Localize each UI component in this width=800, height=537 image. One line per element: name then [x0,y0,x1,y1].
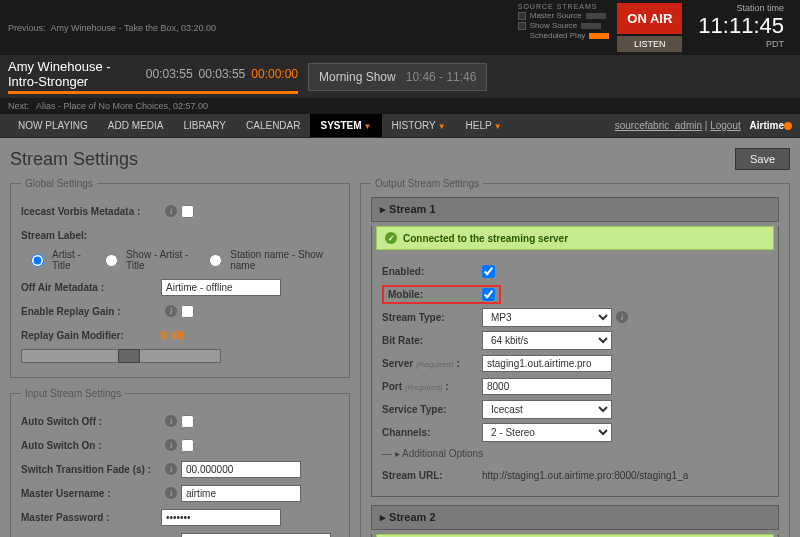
nav-help[interactable]: HELP▼ [456,114,512,137]
slider-handle[interactable] [118,349,140,363]
now-playing-bar: Amy Winehouse - Intro-Stronger 00:03:55 … [0,55,800,98]
page-title: Stream Settings [10,149,138,170]
prev-track: Amy Winehouse - Take the Box, 03:20.00 [51,23,216,33]
show-time: 10:46 - 11:46 [406,70,477,84]
global-settings: Global Settings Icecast Vorbis Metadata … [10,178,350,378]
offair-label: Off Air Metadata : [21,282,161,293]
replay-checkbox[interactable] [181,305,194,318]
stream1-header[interactable]: ▸ Stream 1 [371,197,779,222]
nav-now-playing[interactable]: NOW PLAYING [8,114,98,137]
muser-label: Master Username : [21,488,161,499]
s1-service-select[interactable]: Icecast [482,400,612,419]
check-icon: ✓ [385,232,397,244]
src-bar [581,23,601,29]
np-title: Amy Winehouse - Intro-Stronger [8,59,140,89]
auto-off-checkbox[interactable] [181,415,194,428]
modifier-label: Replay Gain Modifier: [21,330,161,341]
s1-enabled-checkbox[interactable] [482,265,495,278]
np-elapsed: 00:03:55 [146,67,193,81]
s1-url-value: http://staging1.out.airtime.pro:8000/sta… [482,470,688,481]
station-clock: 11:11:45 [698,13,784,39]
s1-channels-select[interactable]: 2 - Stereo [482,423,612,442]
nav-library[interactable]: LIBRARY [173,114,236,137]
src-master: Master Source [530,11,582,20]
logout-link[interactable]: Logout [710,120,741,131]
user-link[interactable]: sourcefabric_admin [615,120,702,131]
fade-label: Switch Transition Fade (s) : [21,464,161,475]
src-bar [586,13,606,19]
station-time: Station time 11:11:45 PDT [690,3,792,49]
nav-history[interactable]: HISTORY▼ [382,114,456,137]
s1-url-label: Stream URL: [382,470,482,481]
s1-mobile-label: Mobile: [388,289,482,300]
next-track: Alias - Place of No More Choices, 02:57.… [36,101,208,111]
info-icon[interactable]: i [165,463,177,475]
save-button[interactable]: Save [735,148,790,170]
s1-service-label: Service Type: [382,404,482,415]
s1-bitrate-select[interactable]: 64 kbit/s [482,331,612,350]
input-legend: Input Stream Settings [21,388,125,399]
modifier-value: 0 dB [161,329,185,341]
chevron-down-icon: ▼ [438,122,446,131]
s1-channels-label: Channels: [382,427,482,438]
muser-input[interactable] [181,485,301,502]
s1-additional-toggle[interactable]: — ▸ Additional Options [382,448,768,459]
info-icon[interactable]: i [165,487,177,499]
s1-type-label: Stream Type: [382,312,482,323]
input-stream-settings: Input Stream Settings Auto Switch Off :i… [10,388,350,537]
source-header: SOURCE STREAMS [518,3,610,10]
s1-port-label: Port (Required) : [382,381,482,392]
s1-port-input[interactable] [482,378,612,395]
s1-mobile-checkbox[interactable] [482,288,495,301]
r3-label: Station name - Show name [230,249,339,271]
offair-input[interactable] [161,279,281,296]
global-legend: Global Settings [21,178,97,189]
s1-bitrate-label: Bit Rate: [382,335,482,346]
np-total: 00:03:55 [199,67,246,81]
listen-button[interactable]: LISTEN [617,36,682,52]
output-stream-settings: Output Stream Settings ▸ Stream 1 ✓Conne… [360,178,790,537]
prev-label: Previous: [8,23,46,33]
nav-calendar[interactable]: CALENDAR [236,114,310,137]
info-icon[interactable]: i [165,439,177,451]
fade-input[interactable] [181,461,301,478]
radio-artist-title[interactable] [31,254,44,267]
output-legend: Output Stream Settings [371,178,483,189]
vorbis-label: Icecast Vorbis Metadata : [21,206,161,217]
np-progress[interactable] [8,91,298,94]
on-air-indicator: ON AIR [617,3,682,34]
vorbis-checkbox[interactable] [181,205,194,218]
auto-on-checkbox[interactable] [181,439,194,452]
s1-enabled-label: Enabled: [382,266,482,277]
replay-label: Enable Replay Gain : [21,306,161,317]
auto-off-label: Auto Switch Off : [21,416,161,427]
info-icon[interactable]: i [165,305,177,317]
stream1-status: ✓Connected to the streaming server [376,226,774,250]
s1-type-select[interactable]: MP3 [482,308,612,327]
replay-gain-slider[interactable] [21,349,221,363]
main-content: Stream Settings Save Global Settings Ice… [0,138,800,537]
nav-add-media[interactable]: ADD MEDIA [98,114,174,137]
station-time-label: Station time [698,3,784,13]
np-remaining: 00:00:00 [251,67,298,81]
s1-server-label: Server (Required) : [382,358,482,369]
prev-track-bar: Previous: Amy Winehouse - Take the Box, … [0,0,800,55]
close-icon[interactable] [518,22,526,30]
radio-show-artist[interactable] [105,254,118,267]
stream-label-label: Stream Label: [21,230,161,241]
info-icon[interactable]: i [616,311,628,323]
airtime-dot-icon [784,122,792,130]
radio-station-show[interactable] [209,254,222,267]
nav-system[interactable]: SYSTEM▼ [310,114,381,137]
murl-input[interactable] [181,533,331,538]
src-bar-active [589,33,609,39]
info-icon[interactable]: i [165,205,177,217]
s1-server-input[interactable] [482,355,612,372]
next-label: Next: [8,101,29,111]
info-icon[interactable]: i [165,415,177,427]
stream2-header[interactable]: ▸ Stream 2 [371,505,779,530]
close-icon[interactable] [518,12,526,20]
source-streams: SOURCE STREAMS Master Source Show Source… [518,3,610,41]
mpass-input[interactable] [161,509,281,526]
show-name: Morning Show [319,70,396,84]
